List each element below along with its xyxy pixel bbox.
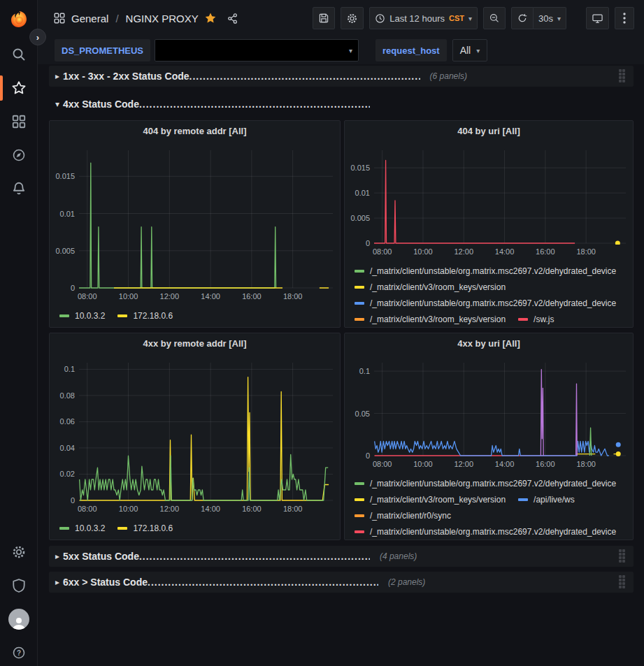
sidebar-item-server-admin[interactable] [0, 569, 38, 602]
more-options-button[interactable] [615, 7, 634, 29]
y-axis-label: 0.04 [50, 444, 75, 452]
sidebar-item-starred[interactable] [0, 71, 38, 105]
expand-sidebar-button[interactable]: › [29, 29, 46, 45]
row-drag-handle[interactable] [619, 69, 628, 83]
legend-item[interactable]: /api/live/ws [518, 495, 575, 505]
x-axis-label: 14:00 [489, 460, 520, 468]
save-dashboard-button[interactable] [313, 7, 335, 29]
row-dots: ........................................… [139, 99, 370, 110]
row-title: 5xx Status Code [63, 551, 139, 562]
panel-legend: 10.0.3.2172.18.0.6 [50, 305, 340, 324]
panel-1: 404 by remote addr [All]00.0050.010.0150… [49, 120, 341, 328]
sidebar-item-configuration[interactable] [0, 535, 38, 569]
legend-item[interactable]: 172.18.0.6 [117, 311, 173, 321]
grafana-logo-icon [9, 10, 29, 29]
panel-title[interactable]: 4xx by remote addr [All] [50, 333, 340, 353]
sidebar-item-alerting[interactable] [0, 172, 38, 205]
legend-row: /_matrix/client/r0/sync [355, 507, 629, 523]
row-drag-handle[interactable] [619, 549, 628, 563]
panel-title[interactable]: 404 by uri [All] [345, 121, 633, 140]
search-icon [11, 47, 27, 62]
share-icon[interactable] [227, 13, 238, 24]
panel-title[interactable]: 4xx by uri [All] [345, 333, 633, 353]
x-axis-label: 10:00 [113, 292, 144, 301]
legend-item[interactable]: /_matrix/client/r0/sync [355, 511, 451, 521]
row-1xx-3xx-2xx[interactable]: ▸ 1xx - 3xx - 2xx Status Code ..........… [49, 66, 634, 87]
legend-item[interactable]: /_matrix/client/unstable/org.matrix.msc2… [355, 266, 616, 276]
shield-icon [11, 578, 27, 593]
x-axis-label: 08:00 [367, 460, 398, 468]
breadcrumb-section[interactable]: General [71, 13, 108, 24]
zoom-out-time-button[interactable] [483, 7, 506, 29]
chart-canvas-wrap: 00.0050.010.01508:0010:0012:0014:0016:00… [50, 140, 340, 305]
x-axis-label: 12:00 [154, 505, 185, 513]
time-range-picker[interactable]: Last 12 hours CST ▾ [369, 7, 478, 29]
y-axis-label: 0.06 [50, 417, 75, 426]
chart-canvas[interactable] [374, 150, 626, 245]
legend-label: 172.18.0.6 [133, 311, 173, 321]
legend-item[interactable]: /_matrix/client/v3/room_keys/version [355, 314, 506, 324]
compass-icon [11, 147, 27, 163]
time-range-label: Last 12 hours [389, 13, 445, 24]
row-6xx[interactable]: ▸ 6xx > Status Code ....................… [49, 572, 634, 593]
panel-legend: /_matrix/client/unstable/org.matrix.msc2… [345, 260, 633, 327]
legend-swatch [355, 270, 364, 273]
variable-label-ds-prometheus[interactable]: DS_PROMETHEUS [55, 39, 150, 61]
legend-label: /_matrix/client/r0/sync [370, 511, 451, 521]
y-axis-label: 0.08 [50, 391, 75, 400]
legend-swatch [355, 482, 364, 485]
sidebar-item-explore[interactable] [0, 138, 38, 172]
row-title: 6xx > Status Code [63, 577, 148, 588]
legend-item[interactable]: /_matrix/client/v3/room_keys/version [355, 495, 506, 505]
legend-item[interactable]: 172.18.0.6 [117, 523, 173, 533]
request-host-select[interactable]: All ▾ [452, 39, 488, 61]
legend-item[interactable]: /_matrix/client/unstable/org.matrix.msc2… [355, 298, 616, 308]
legend-swatch [355, 302, 364, 305]
row-4xx[interactable]: ▾ 4xx Status Code ......................… [49, 94, 634, 115]
y-axis-label: 0 [50, 496, 75, 505]
side-menu: ? › [0, 0, 38, 666]
dashboard-grid-icon [53, 12, 66, 24]
tv-mode-button[interactable] [586, 7, 609, 29]
y-axis-label: 0 [345, 451, 370, 460]
refresh-button[interactable] [511, 7, 534, 29]
row-dots: ........................................… [189, 71, 420, 82]
legend-item[interactable]: 10.0.3.2 [59, 523, 105, 533]
legend-swatch [355, 286, 364, 289]
variable-label-request-host[interactable]: request_host [375, 39, 447, 61]
legend-item[interactable]: 10.0.3.2 [59, 311, 105, 321]
refresh-interval-dropdown[interactable]: 30s ▾ [534, 7, 566, 29]
legend-swatch [518, 318, 528, 321]
y-axis-label: 0 [345, 239, 370, 247]
legend-label: /_matrix/client/unstable/org.matrix.msc2… [370, 527, 616, 537]
x-axis-label: 12:00 [448, 460, 479, 468]
x-axis-label: 16:00 [530, 247, 561, 256]
favorite-star-icon[interactable] [204, 12, 217, 24]
x-axis-label: 16:00 [236, 292, 267, 301]
x-axis-label: 08:00 [72, 505, 103, 513]
sidebar-item-dashboards[interactable] [0, 105, 38, 138]
legend-label: /_matrix/client/v3/room_keys/version [370, 314, 506, 324]
legend-item[interactable]: /_matrix/client/unstable/org.matrix.msc2… [355, 479, 616, 488]
panels-grid: 404 by remote addr [All]00.0050.010.0150… [49, 120, 634, 540]
y-axis-label: 0.1 [345, 367, 370, 375]
row-5xx[interactable]: ▸ 5xx Status Code ......................… [49, 546, 634, 567]
legend-item[interactable]: /_matrix/client/v3/room_keys/version [355, 282, 506, 292]
chart-canvas[interactable] [79, 150, 333, 289]
series-point [615, 241, 620, 245]
dashboard-settings-button[interactable] [341, 7, 364, 29]
svg-text:?: ? [17, 649, 21, 657]
x-axis-label: 18:00 [571, 460, 601, 468]
legend-swatch [117, 527, 127, 530]
chart-canvas[interactable] [79, 363, 333, 502]
panel-title[interactable]: 404 by remote addr [All] [50, 121, 340, 140]
ds-prometheus-select[interactable]: ▾ [155, 39, 359, 61]
row-drag-handle[interactable] [619, 575, 628, 589]
legend-label: /sw.js [534, 314, 554, 324]
sidebar-item-profile[interactable] [0, 602, 38, 636]
chart-canvas[interactable] [374, 363, 626, 457]
sidebar-item-help[interactable]: ? [0, 636, 38, 666]
page-title[interactable]: NGINX PROXY [126, 13, 199, 24]
legend-item[interactable]: /sw.js [518, 314, 554, 324]
legend-item[interactable]: /_matrix/client/unstable/org.matrix.msc2… [355, 527, 616, 537]
